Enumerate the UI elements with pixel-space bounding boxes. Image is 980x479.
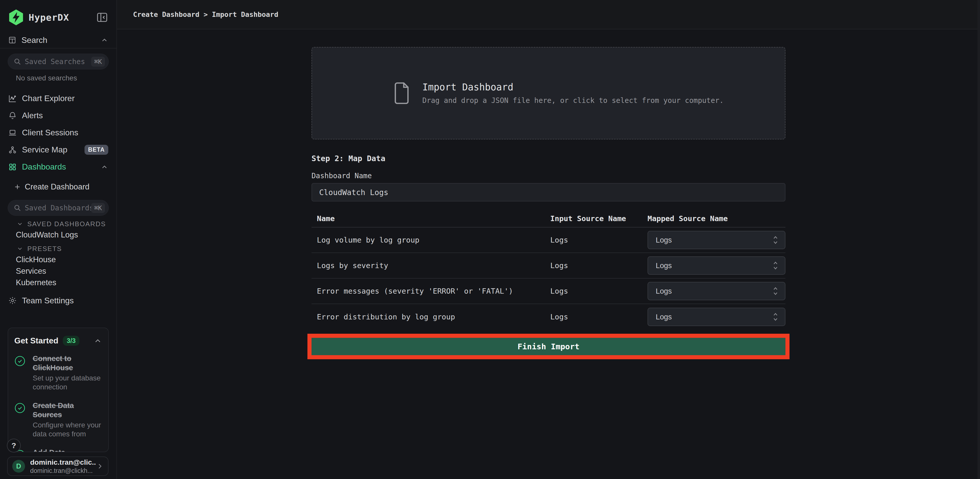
dropzone-title: Import Dashboard: [422, 82, 724, 93]
sidebar-item-service-map[interactable]: Service Map BETA: [0, 141, 116, 158]
dashboard-name-label: Dashboard Name: [312, 172, 786, 180]
plus-icon: [14, 184, 21, 190]
nav-label: Service Map: [22, 145, 67, 154]
selected-source: Logs: [656, 313, 772, 321]
create-dashboard-button[interactable]: Create Dashboard: [0, 179, 116, 195]
check-circle-icon: [14, 403, 25, 414]
get-started-progress-badge: 3/3: [63, 336, 80, 346]
checklist-item-desc: Set up your database connection: [33, 374, 102, 392]
step-title: Step 2: Map Data: [312, 154, 786, 163]
nav-label: Dashboards: [22, 162, 66, 172]
presets-group-toggle[interactable]: PRESETS: [0, 243, 116, 254]
bell-icon: [8, 111, 17, 120]
app-title: HyperDX: [29, 12, 96, 23]
saved-dashboards-input[interactable]: [25, 204, 91, 212]
logo-row: HyperDX: [0, 0, 116, 25]
shortcut-badge: ⌘K: [91, 57, 105, 67]
checklist-item-title: Create Data Sources: [33, 401, 102, 420]
selected-source: Logs: [656, 236, 772, 244]
shortcut-badge: ⌘K: [91, 203, 105, 213]
table-row: Error messages (severity 'ERROR' or 'FAT…: [312, 278, 786, 304]
checklist-item-title: Connect to ClickHouse: [33, 354, 102, 372]
service-map-icon: [8, 146, 17, 154]
input-source-cell: Logs: [550, 312, 648, 321]
main-column: Create Dashboard > Import Dashboard Impo…: [117, 0, 980, 479]
dashboard-list-item-cloudwatch-logs[interactable]: CloudWatch Logs: [0, 229, 116, 240]
chevron-up-icon[interactable]: [94, 337, 102, 345]
import-dropzone[interactable]: Import Dashboard Drag and drop a JSON fi…: [312, 47, 786, 139]
preset-item-services[interactable]: Services: [0, 265, 116, 277]
mapped-source-select[interactable]: Logs: [648, 231, 786, 249]
dropzone-subtitle: Drag and drop a JSON file here, or click…: [422, 96, 724, 105]
preset-item-kubernetes[interactable]: Kubernetes: [0, 277, 116, 288]
column-header-name: Name: [312, 202, 550, 227]
select-chevrons-icon: [772, 261, 779, 271]
chart-name-cell: Error messages (severity 'ERROR' or 'FAT…: [312, 287, 550, 295]
checklist-item-create-data-sources[interactable]: Create Data Sources Configure where your…: [14, 401, 102, 439]
search-section-icon: [8, 36, 16, 44]
chevron-up-icon[interactable]: [100, 163, 108, 171]
column-header-input-source: Input Source Name: [550, 202, 648, 227]
chevron-down-icon: [17, 221, 23, 227]
chart-name-cell: Logs by severity: [312, 261, 550, 270]
sidebar: HyperDX Search ⌘K No saved searches: [0, 0, 117, 479]
mapped-source-select[interactable]: Logs: [648, 256, 786, 275]
saved-dashboards-group-toggle[interactable]: SAVED DASHBOARDS: [0, 219, 116, 229]
mapped-source-select[interactable]: Logs: [648, 308, 786, 326]
user-account-card[interactable]: D dominic.tran@clic... dominic.tran@clic…: [7, 457, 108, 476]
team-settings-label: Team Settings: [22, 296, 74, 306]
gear-icon: [8, 296, 17, 305]
chevron-right-icon: [96, 463, 103, 470]
scrollbar-track[interactable]: [977, 0, 980, 479]
table-row: Error distribution by log group Logs Log…: [312, 304, 786, 329]
selected-source: Logs: [656, 287, 772, 295]
file-icon: [393, 82, 410, 105]
get-started-panel: Get Started 3/3 Connect to ClickHouse Se…: [8, 328, 109, 452]
dashboard-name-input[interactable]: [312, 183, 786, 202]
nav-label: Client Sessions: [22, 128, 78, 137]
laptop-icon: [8, 129, 17, 137]
get-started-header[interactable]: Get Started 3/3: [8, 328, 108, 348]
dashboards-icon: [8, 162, 17, 171]
saved-searches-box[interactable]: ⌘K: [8, 54, 109, 70]
top-bar: Create Dashboard > Import Dashboard: [117, 0, 980, 29]
saved-dashboards-box[interactable]: ⌘K: [8, 200, 109, 216]
create-dashboard-label: Create Dashboard: [25, 182, 89, 191]
chevron-up-icon[interactable]: [100, 36, 108, 44]
table-header-row: Name Input Source Name Mapped Source Nam…: [312, 202, 786, 228]
input-source-cell: Logs: [550, 236, 648, 244]
group-title: PRESETS: [27, 245, 62, 253]
main-area: Import Dashboard Drag and drop a JSON fi…: [117, 29, 980, 479]
search-icon: [14, 204, 21, 212]
hyperdx-logo-icon: [8, 9, 24, 26]
sidebar-item-search[interactable]: Search: [0, 32, 116, 49]
input-source-cell: Logs: [550, 287, 648, 295]
sidebar-item-alerts[interactable]: Alerts: [0, 107, 116, 124]
select-chevrons-icon: [772, 235, 779, 245]
source-mapping-table: Name Input Source Name Mapped Source Nam…: [312, 202, 786, 329]
checklist-item-connect-clickhouse[interactable]: Connect to ClickHouse Set up your databa…: [14, 354, 102, 391]
help-button[interactable]: ?: [7, 439, 21, 452]
sidebar-collapse-icon[interactable]: [96, 11, 108, 24]
check-circle-icon: [14, 355, 25, 367]
checklist-item-add-data[interactable]: Add Data Start sending logs, metrics, or…: [14, 448, 102, 452]
chart-name-cell: Log volume by log group: [312, 236, 550, 244]
chart-explorer-icon: [8, 94, 17, 103]
table-row: Log volume by log group Logs Logs: [312, 228, 786, 253]
sidebar-nav: Chart Explorer Alerts Client Sessions: [0, 90, 116, 175]
sidebar-item-team-settings[interactable]: Team Settings: [0, 292, 116, 309]
avatar: D: [12, 460, 25, 473]
preset-item-clickhouse[interactable]: ClickHouse: [0, 254, 116, 265]
beta-badge: BETA: [84, 145, 108, 155]
saved-searches-input[interactable]: [25, 57, 91, 66]
chart-name-cell: Error distribution by log group: [312, 312, 550, 321]
sidebar-item-dashboards[interactable]: Dashboards: [0, 158, 116, 175]
selected-source: Logs: [656, 261, 772, 270]
get-started-checklist: Connect to ClickHouse Set up your databa…: [8, 348, 108, 452]
mapped-source-select[interactable]: Logs: [648, 282, 786, 300]
sidebar-item-client-sessions[interactable]: Client Sessions: [0, 124, 116, 141]
sidebar-item-chart-explorer[interactable]: Chart Explorer: [0, 90, 116, 107]
finish-import-button[interactable]: Finish Import: [312, 338, 786, 355]
user-name: dominic.tran@clic...: [30, 458, 96, 466]
select-chevrons-icon: [772, 286, 779, 296]
